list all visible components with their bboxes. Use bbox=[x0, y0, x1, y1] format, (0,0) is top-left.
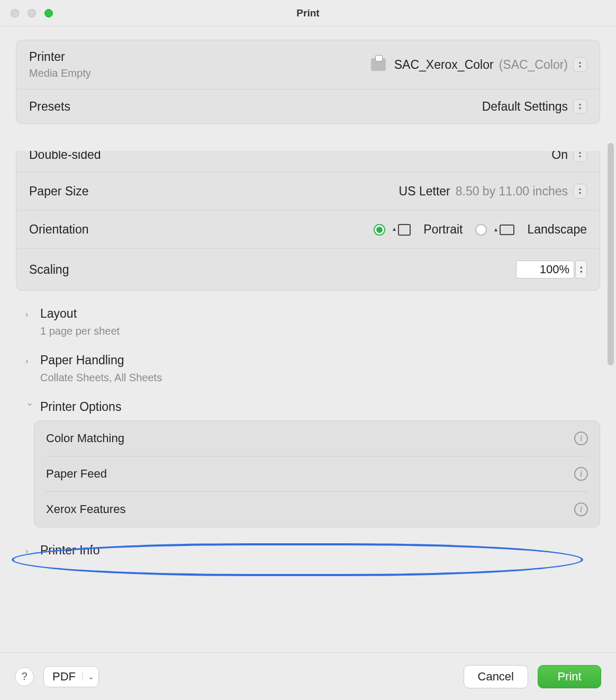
landscape-icon bbox=[500, 225, 514, 235]
color-matching-item[interactable]: Color Matching i bbox=[34, 421, 600, 456]
paper-feed-item[interactable]: Paper Feed i bbox=[34, 456, 600, 491]
xerox-features-item[interactable]: Xerox Features i bbox=[34, 492, 600, 527]
orientation-portrait-label: Portrait bbox=[423, 222, 463, 237]
paper-size-label: Paper Size bbox=[29, 184, 89, 199]
zoom-window-icon[interactable] bbox=[44, 9, 53, 17]
pdf-menu-button[interactable]: PDF ⌄ bbox=[43, 666, 99, 687]
printer-options-title: Printer Options bbox=[40, 400, 121, 414]
printer-paren: (SAC_Color) bbox=[499, 58, 568, 72]
print-header-panel: Printer Media Empty SAC_Xerox_Color (SAC… bbox=[16, 40, 600, 124]
layout-summary: 1 page per sheet bbox=[40, 325, 600, 337]
paper-size-dims: 8.50 by 11.00 inches bbox=[456, 184, 568, 199]
printer-info-section: › Printer Info bbox=[16, 541, 600, 559]
presets-selector[interactable]: Default Settings ▴▾ bbox=[482, 99, 587, 114]
printer-options-toggle[interactable]: › Printer Options bbox=[16, 398, 600, 415]
paper-size-row: Paper Size US Letter 8.50 by 11.00 inche… bbox=[16, 172, 600, 210]
paper-handling-toggle[interactable]: › Paper Handling bbox=[16, 351, 600, 369]
dialog-footer: ? PDF ⌄ Cancel Print bbox=[0, 652, 616, 700]
layout-title: Layout bbox=[40, 307, 77, 321]
chevron-right-icon: › bbox=[25, 546, 35, 556]
presets-value: Default Settings bbox=[482, 100, 568, 114]
window-title: Print bbox=[296, 7, 319, 19]
layout-section: › Layout 1 page per sheet bbox=[16, 304, 600, 337]
scaling-stepper[interactable]: ▴▾ bbox=[575, 261, 587, 279]
print-button[interactable]: Print bbox=[538, 665, 601, 688]
printer-status: Media Empty bbox=[29, 67, 91, 79]
orientation-landscape-radio[interactable] bbox=[475, 224, 487, 236]
info-icon[interactable]: i bbox=[574, 432, 588, 445]
printer-name: SAC_Xerox_Color bbox=[394, 58, 494, 72]
help-button[interactable]: ? bbox=[15, 667, 34, 686]
double-sided-value: On bbox=[551, 151, 568, 162]
portrait-icon bbox=[398, 224, 411, 236]
printer-label: Printer bbox=[29, 50, 91, 64]
chevron-up-down-icon: ▴▾ bbox=[573, 151, 587, 162]
printer-options-section: › Printer Options Color Matching i Paper… bbox=[16, 398, 600, 527]
orientation-label: Orientation bbox=[29, 222, 89, 237]
chevron-up-down-icon: ▴▾ bbox=[573, 184, 587, 199]
presets-label: Presets bbox=[29, 100, 70, 114]
paper-size-value: US Letter bbox=[399, 184, 450, 199]
minimize-window-icon[interactable] bbox=[28, 9, 36, 17]
presets-row: Presets Default Settings ▴▾ bbox=[16, 89, 600, 123]
xerox-features-label: Xerox Features bbox=[46, 502, 125, 516]
chevron-right-icon: › bbox=[25, 356, 35, 366]
chevron-down-icon: › bbox=[25, 403, 35, 412]
scrollbar-thumb[interactable] bbox=[608, 143, 614, 365]
cancel-button[interactable]: Cancel bbox=[464, 665, 528, 688]
paper-handling-summary: Collate Sheets, All Sheets bbox=[40, 372, 600, 384]
printer-icon bbox=[371, 58, 386, 71]
chevron-up-down-icon: ▴▾ bbox=[573, 57, 587, 72]
color-matching-label: Color Matching bbox=[46, 432, 124, 445]
info-icon[interactable]: i bbox=[574, 467, 588, 481]
orientation-row: Orientation Portrait Landscape bbox=[16, 210, 600, 248]
printer-row: Printer Media Empty SAC_Xerox_Color (SAC… bbox=[16, 40, 600, 89]
settings-panel: Double-sided On ▴▾ Paper Size US Letter … bbox=[16, 151, 600, 291]
paper-size-selector[interactable]: US Letter 8.50 by 11.00 inches ▴▾ bbox=[399, 184, 587, 199]
orientation-landscape-label: Landscape bbox=[527, 222, 587, 237]
settings-scroll-area: Double-sided On ▴▾ Paper Size US Letter … bbox=[0, 151, 616, 569]
layout-toggle[interactable]: › Layout bbox=[16, 304, 600, 322]
paper-feed-label: Paper Feed bbox=[46, 467, 107, 481]
scaling-label: Scaling bbox=[29, 263, 69, 277]
titlebar: Print bbox=[0, 0, 616, 26]
paper-handling-title: Paper Handling bbox=[40, 353, 124, 367]
printer-info-title: Printer Info bbox=[40, 543, 100, 558]
pdf-label: PDF bbox=[52, 670, 76, 684]
double-sided-row: Double-sided On ▴▾ bbox=[16, 151, 600, 172]
traffic-lights bbox=[11, 9, 53, 17]
printer-selector[interactable]: SAC_Xerox_Color (SAC_Color) ▴▾ bbox=[371, 57, 587, 72]
chevron-down-icon: ⌄ bbox=[82, 672, 94, 681]
scaling-input[interactable]: 100% bbox=[516, 261, 574, 279]
double-sided-label: Double-sided bbox=[29, 151, 101, 162]
chevron-right-icon: › bbox=[25, 310, 35, 319]
chevron-up-down-icon: ▴▾ bbox=[573, 99, 587, 114]
printer-options-list: Color Matching i Paper Feed i Xerox Feat… bbox=[34, 420, 600, 527]
close-window-icon[interactable] bbox=[11, 9, 19, 17]
info-icon[interactable]: i bbox=[574, 502, 588, 516]
scaling-row: Scaling 100% ▴▾ bbox=[16, 248, 600, 290]
paper-handling-section: › Paper Handling Collate Sheets, All She… bbox=[16, 351, 600, 384]
double-sided-selector[interactable]: On ▴▾ bbox=[551, 151, 587, 162]
printer-info-toggle[interactable]: › Printer Info bbox=[16, 541, 600, 559]
orientation-portrait-radio[interactable] bbox=[374, 224, 385, 236]
